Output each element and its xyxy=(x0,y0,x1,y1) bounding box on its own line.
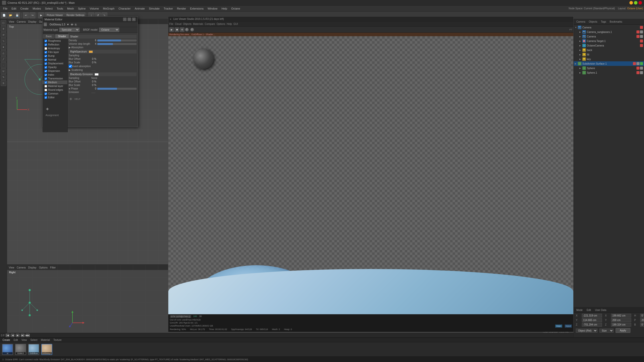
prop-medium[interactable]: Medium xyxy=(43,80,67,84)
props-tab-mode[interactable]: Mode xyxy=(575,309,584,311)
cb-index[interactable] xyxy=(45,74,47,76)
prop-dispersion[interactable]: Dispersion xyxy=(43,69,67,73)
mat-tab-texture[interactable]: Texture xyxy=(52,339,63,341)
prop-opacity[interactable]: Opacity xyxy=(43,65,67,69)
tab-basic[interactable]: Basic xyxy=(43,34,55,38)
tool-sculpt[interactable]: S xyxy=(1,80,6,86)
menu-mesh[interactable]: Mesh xyxy=(65,7,76,11)
mat-tab-view[interactable]: View xyxy=(20,339,28,341)
hierarchy-item-sphere1[interactable]: ▶ ○ Sphere.1 xyxy=(574,70,644,75)
swatch-octdiffuse[interactable]: OctDiffuse xyxy=(28,344,39,355)
menu-help[interactable]: Help xyxy=(219,7,229,11)
tab-bookmarks[interactable]: Bookmarks xyxy=(609,20,623,23)
lv-knob-2[interactable] xyxy=(190,28,194,31)
tab-tags[interactable]: Tags xyxy=(600,20,607,23)
hierarchy-item-camera-sunglasses[interactable]: ▶ 📷 Camera_sunglasses.1 xyxy=(574,30,644,34)
cb-displacement[interactable] xyxy=(45,62,47,65)
cb-common[interactable] xyxy=(45,93,47,95)
prop-editor[interactable]: Editor xyxy=(43,96,67,99)
mat-tab-material[interactable]: Material xyxy=(40,339,51,341)
scale-y-input[interactable] xyxy=(611,318,631,322)
menu-octane[interactable]: Octane xyxy=(229,7,242,11)
cb-opacity[interactable] xyxy=(45,66,47,69)
menu-simulate[interactable]: Simulate xyxy=(147,7,162,11)
prop-anisotropy[interactable]: Anisotropy xyxy=(43,47,67,50)
menu-file[interactable]: File xyxy=(1,7,10,11)
tool-live[interactable]: ● xyxy=(1,44,6,50)
menu-animate[interactable]: Animate xyxy=(133,7,147,11)
menu-tracker[interactable]: Tracker xyxy=(162,7,175,11)
menu-character[interactable]: Character xyxy=(116,7,133,11)
undo-btn[interactable]: ↩ xyxy=(23,12,29,18)
lv-menu-cloud[interactable]: Cloud xyxy=(175,23,181,25)
mat-name[interactable]: OctGlossy.1.3 xyxy=(50,23,65,26)
menu-tools[interactable]: Tools xyxy=(55,7,65,11)
mat-tab-create[interactable]: Create xyxy=(2,339,11,341)
hierarchy-item-fill[interactable]: ▶ 💡 fill xyxy=(574,52,644,57)
tool-scale[interactable]: ⤡ xyxy=(1,38,6,44)
brdf-select[interactable]: Octane xyxy=(99,28,119,32)
cb-anisotropy[interactable] xyxy=(45,47,47,50)
hierarchy-item-sphere[interactable]: ▶ ○ Sphere xyxy=(574,66,644,70)
swatch-octglossy[interactable]: OctGlossy.1.3 xyxy=(41,344,52,355)
cb-editor[interactable] xyxy=(45,96,47,99)
prop-film-layer[interactable]: Film layer xyxy=(43,50,67,54)
lv-menu-file[interactable]: File xyxy=(169,23,173,25)
lv-btn-3[interactable]: ⚙ xyxy=(180,27,184,32)
open-btn[interactable]: 📂 xyxy=(8,12,14,18)
mat-arrow[interactable]: ▼ xyxy=(67,23,69,26)
tool-move[interactable]: ✛ xyxy=(1,26,6,32)
cb-mat-layer[interactable] xyxy=(45,85,47,87)
tl-end[interactable]: ▶▶| xyxy=(26,334,30,337)
tl-next[interactable]: ▶| xyxy=(21,334,25,337)
save-btn[interactable]: 💾 xyxy=(14,12,20,18)
lv-menu-objects[interactable]: Objects xyxy=(183,23,191,25)
menu-modes[interactable]: Modes xyxy=(31,7,43,11)
menu-spline[interactable]: Spline xyxy=(76,7,88,11)
cb-reflection[interactable] xyxy=(45,43,47,46)
size-select[interactable]: Size Scale xyxy=(599,329,614,333)
mat-maximize[interactable]: □ xyxy=(128,18,131,21)
menu-volume[interactable]: Volume xyxy=(88,7,101,11)
cb-roughness[interactable] xyxy=(45,40,47,42)
density-slider[interactable] xyxy=(97,39,137,41)
mat-menu-hamburger[interactable]: ☰ xyxy=(44,22,47,27)
props-tab-edit[interactable]: Edit xyxy=(586,309,592,311)
spectrum-color[interactable] xyxy=(89,51,93,53)
menu-render[interactable]: Render xyxy=(175,7,188,11)
cb-dispersion[interactable] xyxy=(45,70,47,72)
mat-minimize[interactable]: − xyxy=(123,18,127,21)
tab-objects[interactable]: Objects xyxy=(588,20,598,23)
maximize-button[interactable] xyxy=(634,1,637,5)
prop-normal[interactable]: Normal xyxy=(43,58,67,62)
vol-step-slider[interactable] xyxy=(97,43,137,45)
prop-bump[interactable]: Bump xyxy=(43,54,67,58)
hierarchy-item-subdiv[interactable]: ▶ ⬡ Subdivision Surface 1 xyxy=(574,61,644,66)
mat-close[interactable]: × xyxy=(132,18,136,21)
mat-type-select[interactable]: Specular Diffuse Glossy xyxy=(59,28,79,32)
prop-material-layer[interactable]: Material layer xyxy=(43,84,67,88)
cb-normal[interactable] xyxy=(45,59,47,61)
hierarchy-item-octane-camera[interactable]: ▶ O OctaneCamera xyxy=(574,43,644,48)
lv-menu-help[interactable]: Help xyxy=(227,23,232,25)
tool-poly[interactable]: △ xyxy=(1,50,6,56)
prop-reflection[interactable]: Reflection xyxy=(43,43,67,47)
pos-y-input[interactable] xyxy=(582,318,602,322)
tl-start[interactable]: |◀ xyxy=(6,334,10,337)
prop-common[interactable]: Common xyxy=(43,92,67,96)
cb-transmission[interactable] xyxy=(45,77,47,80)
menu-window[interactable]: Window xyxy=(206,7,219,11)
blackbody-color[interactable] xyxy=(95,73,99,76)
hierarchy-item-key[interactable]: ▶ 💡 key xyxy=(574,57,644,61)
apply-button[interactable]: Apply xyxy=(616,328,630,333)
scale-z-input[interactable] xyxy=(611,323,631,327)
mat-eye-icon[interactable]: 👁 xyxy=(71,23,73,26)
cb-film[interactable] xyxy=(45,51,47,54)
cb-bump[interactable] xyxy=(45,55,47,57)
rot-b-input[interactable] xyxy=(640,323,644,327)
hierarchy-item-camera-target[interactable]: ▶ 🎯 Camera.Target.1 xyxy=(574,39,644,43)
props-tab-userdata[interactable]: User Data xyxy=(594,309,607,311)
invert-absorption-cb[interactable] xyxy=(69,65,72,68)
pos-z-input[interactable] xyxy=(582,323,602,327)
scale-x-input[interactable] xyxy=(611,314,631,318)
